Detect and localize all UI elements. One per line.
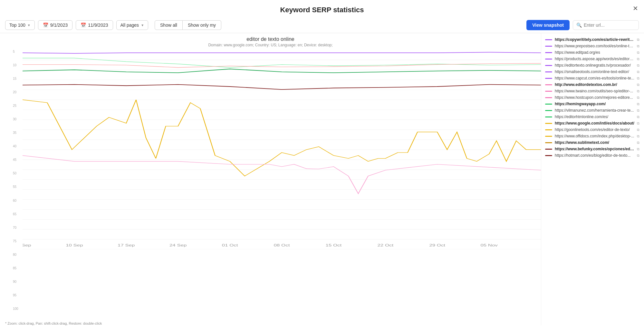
legend-item[interactable]: https://www.sublimetext.com/⧉ bbox=[544, 139, 641, 146]
legend-color-line bbox=[545, 78, 552, 79]
page-title: Keyword SERP statistics bbox=[0, 0, 644, 17]
view-snapshot-button[interactable]: View snapshot bbox=[526, 20, 570, 30]
legend-url-text: https://www.google.com/intl/es/docs/abou… bbox=[555, 121, 634, 125]
external-link-icon[interactable]: ⧉ bbox=[637, 57, 639, 61]
url-search-box: 🔍 bbox=[573, 20, 639, 30]
close-button[interactable]: ✕ bbox=[633, 5, 638, 12]
legend-color-line bbox=[545, 110, 552, 111]
legend-url-text: https://hemingwayapp.com/ bbox=[555, 102, 634, 106]
legend-color-line bbox=[545, 84, 552, 85]
chart-title: editor de texto online bbox=[0, 36, 541, 42]
external-link-icon[interactable]: ⧉ bbox=[637, 102, 639, 106]
url-input[interactable] bbox=[584, 23, 635, 28]
external-link-icon[interactable]: ⧉ bbox=[637, 44, 639, 48]
external-link-icon[interactable]: ⧉ bbox=[637, 115, 639, 119]
legend-item[interactable]: https://products.aspose.app/words/es/edi… bbox=[544, 56, 641, 62]
external-link-icon[interactable]: ⧉ bbox=[637, 89, 639, 93]
legend-item[interactable]: https://editortexto.onlinegratis.tv/proc… bbox=[544, 62, 641, 69]
legend-url-text: https://www.capcut.com/es-es/tools/onlin… bbox=[555, 76, 634, 80]
date-end-label: 11/9/2023 bbox=[88, 23, 108, 28]
chart-container[interactable]: 510152025 3035404550 5560657075 80859095… bbox=[13, 50, 541, 320]
external-link-icon[interactable]: ⧉ bbox=[637, 83, 639, 87]
svg-text:01 Oct: 01 Oct bbox=[222, 243, 238, 247]
search-icon: 🔍 bbox=[576, 23, 582, 28]
legend-url-text: https://products.aspose.app/words/es/edi… bbox=[555, 57, 634, 61]
legend-item[interactable]: http://www.editordetextos.com.br/⧉ bbox=[544, 81, 641, 88]
top-filter-dropdown[interactable]: Top 100 ▼ bbox=[5, 20, 35, 30]
legend-item[interactable]: https://www.google.com/intl/es/docs/abou… bbox=[544, 120, 641, 126]
legend-color-line bbox=[545, 46, 552, 47]
external-link-icon[interactable]: ⧉ bbox=[637, 76, 639, 80]
legend-item[interactable]: https://www.hostcupon.com/mejores-editor… bbox=[544, 94, 641, 101]
legend-panel: https://copywrititely.com/es/article-rew… bbox=[541, 33, 644, 325]
legend-url-text: https://www.prepostseo.com/tool/es/onlin… bbox=[555, 44, 634, 48]
external-link-icon[interactable]: ⧉ bbox=[637, 70, 639, 74]
legend-item[interactable]: https://www.twaino.com/outils/seo-sp/edi… bbox=[544, 88, 641, 94]
legend-url-text: https://www.sublimetext.com/ bbox=[555, 140, 634, 145]
external-link-icon[interactable]: ⧉ bbox=[637, 38, 639, 42]
legend-url-text: https://editorhtmlonline.com/es/ bbox=[555, 115, 634, 119]
external-link-icon[interactable]: ⧉ bbox=[637, 121, 639, 125]
legend-color-line bbox=[545, 52, 552, 53]
show-all-button[interactable]: Show all bbox=[155, 20, 183, 30]
legend-item[interactable]: https://www.befunky.com/es/opciones/edit… bbox=[544, 146, 641, 152]
external-link-icon[interactable]: ⧉ bbox=[637, 134, 639, 138]
legend-item[interactable]: https://www.prepostseo.com/tool/es/onlin… bbox=[544, 43, 641, 49]
legend-url-text: https://vilmanunez.com/herramienta-crear… bbox=[555, 108, 634, 113]
toolbar: Top 100 ▼ 📅 9/1/2023 📅 11/9/2023 All pag… bbox=[0, 17, 644, 33]
legend-url-text: https://hotmart.com/es/blog/editor-de-te… bbox=[555, 153, 634, 158]
external-link-icon[interactable]: ⧉ bbox=[637, 51, 639, 55]
pages-filter-dropdown[interactable]: All pages ▼ bbox=[116, 20, 149, 30]
svg-text:15 Oct: 15 Oct bbox=[326, 243, 342, 247]
legend-color-line bbox=[545, 71, 552, 72]
svg-text:08 Oct: 08 Oct bbox=[274, 243, 290, 247]
y-axis-labels: 510152025 3035404550 5560657075 80859095… bbox=[13, 50, 18, 311]
legend-color-line bbox=[545, 39, 552, 40]
legend-color-line bbox=[545, 123, 552, 124]
external-link-icon[interactable]: ⧉ bbox=[637, 128, 639, 132]
date-end-picker[interactable]: 📅 11/9/2023 bbox=[76, 20, 113, 30]
legend-color-line bbox=[545, 91, 552, 92]
svg-text:17 Sep: 17 Sep bbox=[118, 243, 135, 247]
external-link-icon[interactable]: ⧉ bbox=[637, 108, 639, 113]
external-link-icon[interactable]: ⧉ bbox=[637, 153, 639, 158]
chevron-down-icon: ▼ bbox=[27, 23, 31, 27]
top-filter-label: Top 100 bbox=[9, 23, 25, 28]
date-start-picker[interactable]: 📅 9/1/2023 bbox=[38, 20, 73, 30]
legend-url-text: https://smallseotools.com/online-text-ed… bbox=[555, 70, 634, 74]
legend-item[interactable]: https://www.offidocs.com/index.php/deskt… bbox=[544, 133, 641, 139]
legend-color-line bbox=[545, 116, 552, 117]
legend-color-line bbox=[545, 65, 552, 66]
legend-item[interactable]: https://www.capcut.com/es-es/tools/onlin… bbox=[544, 75, 641, 81]
svg-text:22 Oct: 22 Oct bbox=[377, 243, 393, 247]
legend-url-text: https://editortexto.onlinegratis.tv/proc… bbox=[555, 63, 634, 68]
legend-item[interactable]: https://smallseotools.com/online-text-ed… bbox=[544, 69, 641, 75]
legend-item[interactable]: https://goonlinetools.com/es/editor-de-t… bbox=[544, 126, 641, 133]
legend-url-text: https://www.befunky.com/es/opciones/edit… bbox=[555, 147, 634, 151]
legend-color-line bbox=[545, 155, 552, 156]
calendar-icon-2: 📅 bbox=[81, 23, 86, 28]
legend-url-text: https://goonlinetools.com/es/editor-de-t… bbox=[555, 127, 634, 132]
svg-text:05 Nov: 05 Nov bbox=[480, 243, 497, 247]
external-link-icon[interactable]: ⧉ bbox=[637, 63, 639, 68]
legend-url-text: https://www.offidocs.com/index.php/deskt… bbox=[555, 134, 634, 138]
main-content: editor de texto online Domain: www.googl… bbox=[0, 33, 644, 325]
show-only-my-button[interactable]: Show only my bbox=[183, 20, 221, 30]
legend-color-line bbox=[545, 129, 552, 130]
legend-item[interactable]: https://editorhtmlonline.com/es/⧉ bbox=[544, 114, 641, 120]
svg-text:29 Oct: 29 Oct bbox=[429, 243, 445, 247]
external-link-icon[interactable]: ⧉ bbox=[637, 96, 639, 100]
legend-color-line bbox=[545, 149, 552, 150]
external-link-icon[interactable]: ⧉ bbox=[637, 147, 639, 151]
serp-chart[interactable]: 03 Sep 10 Sep 17 Sep 24 Sep 01 Oct 08 Oc… bbox=[23, 50, 541, 249]
legend-item[interactable]: https://hemingwayapp.com/⧉ bbox=[544, 101, 641, 107]
legend-item[interactable]: https://vilmanunez.com/herramienta-crear… bbox=[544, 107, 641, 114]
svg-text:24 Sep: 24 Sep bbox=[169, 243, 187, 247]
legend-url-text: http://www.editordetextos.com.br/ bbox=[555, 82, 634, 87]
external-link-icon[interactable]: ⧉ bbox=[637, 141, 639, 145]
legend-item[interactable]: https://copywrititely.com/es/article-rew… bbox=[544, 36, 641, 43]
legend-item[interactable]: https://www.editpad.org/es⧉ bbox=[544, 49, 641, 56]
legend-item[interactable]: https://hotmart.com/es/blog/editor-de-te… bbox=[544, 152, 641, 159]
svg-text:10 Sep: 10 Sep bbox=[66, 243, 83, 247]
legend-color-line bbox=[545, 136, 552, 137]
